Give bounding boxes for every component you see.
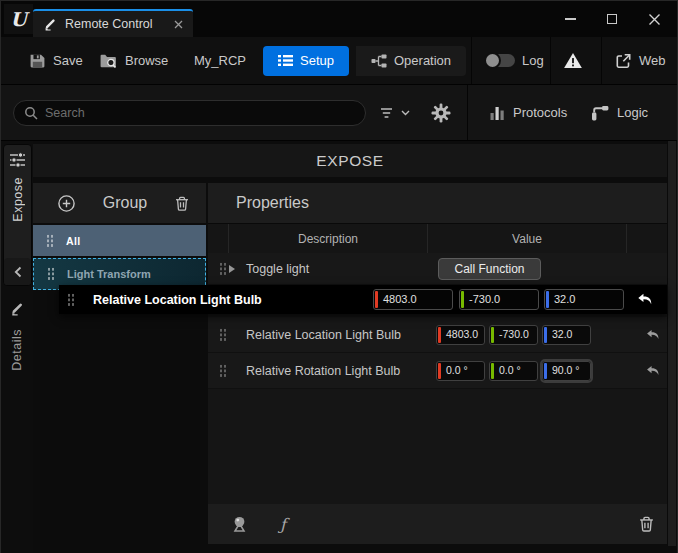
dragged-x-field[interactable]: 4803.0	[373, 289, 453, 310]
setup-label: Setup	[300, 53, 334, 68]
drag-handle[interactable]	[67, 293, 75, 307]
delete-exposed-button[interactable]	[638, 515, 655, 533]
minimize-button[interactable]	[549, 1, 591, 37]
setup-tab[interactable]: Setup	[263, 46, 349, 76]
property-label: Relative Location Light Bulb	[246, 328, 401, 342]
column-spacer	[208, 224, 229, 253]
mode-segment: Setup Operation	[263, 37, 466, 84]
expose-function-button[interactable]: ƒ	[280, 515, 286, 534]
protocols-label: Protocols	[513, 105, 567, 120]
z-axis-bar	[546, 291, 549, 308]
save-icon	[29, 52, 46, 69]
unreal-logo-icon[interactable]: U	[4, 4, 33, 34]
location-y-field[interactable]: -730.0	[489, 325, 538, 345]
preset-name-button[interactable]: My_RCP	[194, 37, 246, 84]
z-axis-bar	[544, 363, 547, 379]
delete-group-button[interactable]	[174, 195, 190, 212]
call-function-button[interactable]: Call Function	[438, 258, 541, 280]
log-toggle[interactable]	[485, 54, 515, 67]
logic-button[interactable]: Logic	[591, 85, 648, 140]
dragged-y-field[interactable]: -730.0	[459, 289, 539, 310]
rotation-pitch-field[interactable]: 0.0 °	[489, 361, 538, 381]
property-label: Toggle light	[246, 262, 309, 276]
operation-nodes-icon	[371, 54, 387, 68]
titlebar: U Remote Control	[1, 1, 677, 37]
x-axis-bar	[438, 363, 441, 379]
maximize-button[interactable]	[591, 1, 633, 37]
web-label: Web	[639, 53, 666, 68]
dragged-z-field[interactable]: 32.0	[544, 289, 624, 310]
minimize-icon	[565, 18, 576, 20]
protocols-button[interactable]: Protocols	[490, 85, 567, 140]
settings-button[interactable]	[431, 85, 451, 140]
sidebar-tab-expose[interactable]: Expose	[3, 144, 32, 286]
vertical-scrollbar[interactable]	[667, 141, 676, 546]
dragged-property-row[interactable]: Relative Location Light Bulb 4803.0 -730…	[59, 285, 667, 314]
rotation-yaw-field[interactable]: 90.0 °	[542, 361, 591, 381]
reset-to-default-button[interactable]	[636, 291, 653, 308]
property-row-toggle-light[interactable]: Toggle light Call Function	[208, 253, 667, 285]
location-x-field[interactable]: 4803.0	[436, 325, 485, 345]
rotation-roll-field[interactable]: 0.0 °	[436, 361, 485, 381]
warning-triangle-icon	[563, 52, 583, 69]
group-item-label: All	[66, 235, 81, 247]
log-toggle-group[interactable]: Log	[485, 37, 544, 84]
expose-tab-label: Expose	[11, 177, 25, 222]
browse-button[interactable]: Browse	[99, 37, 168, 84]
filter-button[interactable]	[380, 85, 410, 140]
drag-handle[interactable]	[47, 267, 55, 281]
property-row-relative-rotation[interactable]: Relative Rotation Light Bulb 0.0 ° 0.0 °…	[208, 353, 667, 389]
save-button[interactable]: Save	[29, 37, 83, 84]
group-item-all[interactable]: All	[33, 225, 206, 256]
browse-label: Browse	[125, 53, 168, 68]
search-box[interactable]	[13, 100, 366, 126]
drag-handle[interactable]	[46, 234, 54, 248]
tab-remote-control[interactable]: Remote Control	[33, 9, 193, 37]
external-link-icon	[615, 53, 632, 69]
property-label: Relative Rotation Light Bulb	[246, 364, 400, 378]
toolbar-separator	[471, 37, 472, 84]
dragged-row-label: Relative Location Light Bulb	[93, 293, 262, 307]
properties-bottom-bar: ƒ	[208, 504, 667, 544]
properties-column-header: Description Value	[208, 223, 667, 253]
webcam-icon	[230, 515, 249, 533]
drag-handle[interactable]	[219, 262, 227, 276]
group-item-label: Light Transform	[67, 268, 151, 280]
column-value: Value	[428, 224, 627, 253]
drag-handle[interactable]	[219, 328, 227, 342]
close-button[interactable]	[633, 1, 675, 37]
expose-panel-title: EXPOSE	[33, 144, 667, 177]
expose-actor-button[interactable]	[230, 515, 249, 533]
properties-title: Properties	[236, 194, 309, 212]
search-separator	[467, 85, 468, 140]
location-z-field[interactable]: 32.0	[542, 325, 591, 345]
chevron-down-icon	[401, 110, 410, 116]
search-row: Protocols Logic	[1, 85, 677, 141]
details-tab-label: Details	[10, 329, 24, 371]
reset-to-default-button[interactable]	[645, 327, 661, 343]
group-header-label: Group	[76, 194, 174, 212]
toolbar-separator	[550, 37, 551, 84]
warnings-button[interactable]	[563, 37, 583, 84]
expand-arrow-icon[interactable]	[229, 265, 235, 273]
property-row-relative-location[interactable]: Relative Location Light Bulb 4803.0 -730…	[208, 317, 667, 353]
reset-to-default-button[interactable]	[645, 363, 661, 379]
search-input[interactable]	[45, 106, 355, 120]
web-button[interactable]: Web	[615, 37, 666, 84]
drag-handle[interactable]	[219, 364, 227, 378]
add-group-button[interactable]	[57, 194, 76, 213]
tab-close-icon[interactable]	[174, 20, 183, 29]
browse-folder-icon	[99, 52, 118, 69]
x-axis-bar	[375, 291, 378, 308]
group-panel: Group All Light Transform	[33, 183, 206, 553]
expose-title-text: EXPOSE	[316, 152, 383, 170]
toggle-knob	[484, 52, 501, 69]
plus-circle-icon	[57, 194, 76, 213]
toolbar: Save Browse My_RCP Setup Operation Log	[1, 37, 677, 85]
gear-icon	[431, 103, 451, 123]
operation-tab[interactable]: Operation	[356, 46, 466, 76]
sidebar-tab-details[interactable]: Details	[1, 297, 33, 371]
collapse-panel-button[interactable]	[4, 258, 31, 285]
group-header: Group	[33, 183, 206, 223]
close-icon	[648, 13, 661, 26]
